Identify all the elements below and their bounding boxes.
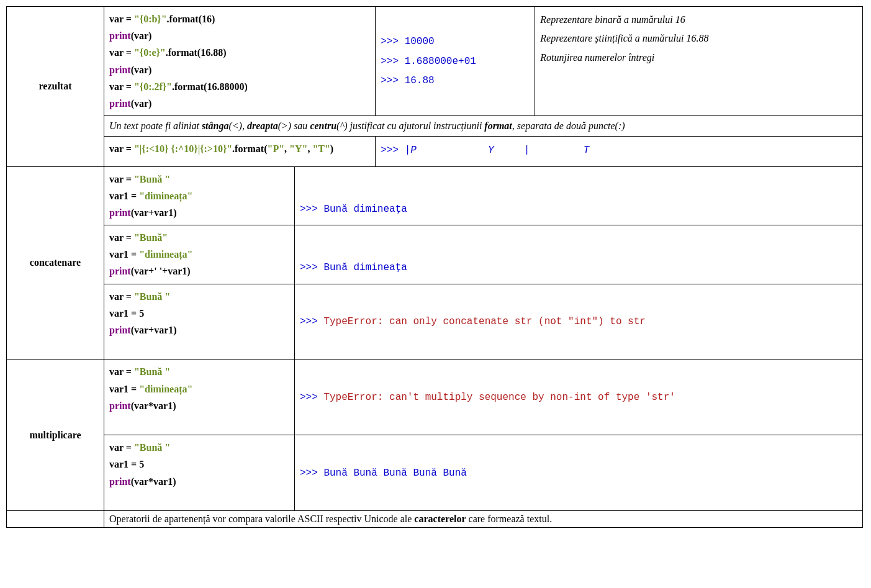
code-concat-1: var = "Bună " var1 = "dimineața" print(v… xyxy=(104,166,295,225)
output-concat-3: >>> TypeError: can only concatenate str … xyxy=(295,284,863,360)
output-align: >>> |P Y | T xyxy=(376,137,863,166)
output-rezultat: >>> 10000 >>> 1.688000e+01 >>> 16.88 xyxy=(376,7,535,116)
label-rezultat: rezultat xyxy=(7,7,104,167)
footer-note: Operatorii de apartenență vor compara va… xyxy=(104,510,863,527)
code-rezultat: var = "{0:b}".format(16) print(var) var … xyxy=(104,7,376,116)
code-align: var = "|{:<10} {:^10}|{:>10}".format("P"… xyxy=(104,137,376,166)
reference-table: rezultat var = "{0:b}".format(16) print(… xyxy=(6,6,863,528)
code-concat-3: var = "Bună " var1 = 5 print(var+var1) xyxy=(104,284,295,360)
label-empty xyxy=(7,510,104,527)
output-concat-2: >>> Bună dimineața xyxy=(295,225,863,284)
code-concat-2: var = "Bună" var1 = "dimineața" print(va… xyxy=(104,225,295,284)
align-description: Un text poate fi aliniat stânga(<), drea… xyxy=(104,116,863,137)
code-mult-1: var = "Bună " var1 = "dimineața" print(v… xyxy=(104,360,295,435)
label-multiplicare: multiplicare xyxy=(7,360,104,511)
output-mult-1: >>> TypeError: can't multiply sequence b… xyxy=(295,360,863,435)
notes-rezultat: Reprezentare binară a numărului 16 Repre… xyxy=(535,7,863,116)
output-mult-2: >>> Bună Bună Bună Bună Bună xyxy=(295,435,863,511)
output-concat-1: >>> Bună dimineața xyxy=(295,166,863,225)
label-concatenare: concatenare xyxy=(7,166,104,360)
code-mult-2: var = "Bună " var1 = 5 print(var*var1) xyxy=(104,435,295,511)
